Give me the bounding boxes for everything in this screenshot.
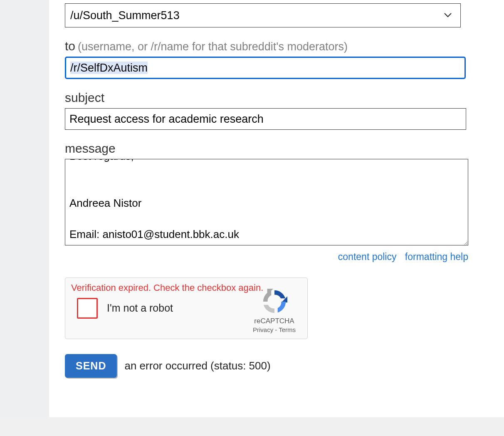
recaptcha-brand-text: reCAPTCHA (250, 317, 298, 325)
to-input[interactable] (65, 57, 466, 79)
help-links: content policy formatting help (65, 251, 468, 263)
sidebar (0, 0, 49, 417)
formatting-help-link[interactable]: formatting help (405, 251, 468, 262)
recaptcha-privacy-links: Privacy - Terms (250, 326, 298, 333)
recaptcha-logo-icon (262, 289, 287, 315)
compose-form: from /u/South_Summer513 to(username, or … (49, 0, 504, 417)
message-label: message (65, 141, 504, 156)
content-policy-link[interactable]: content policy (338, 251, 397, 262)
send-button[interactable]: SEND (65, 354, 117, 378)
from-select[interactable]: /u/South_Summer513 (65, 3, 461, 27)
send-error-text: an error occurred (status: 500) (124, 359, 270, 372)
to-label: to(username, or /r/name for that subredd… (65, 39, 504, 53)
recaptcha-logo-block: reCAPTCHA Privacy - Terms (250, 289, 298, 333)
subject-label: subject (65, 91, 504, 105)
subject-input[interactable] (65, 108, 466, 130)
recaptcha-privacy-link[interactable]: Privacy (253, 326, 273, 333)
recaptcha-terms-link[interactable]: Terms (279, 326, 296, 333)
message-textarea[interactable] (65, 159, 468, 245)
recaptcha-widget: Verification expired. Check the checkbox… (65, 277, 308, 339)
recaptcha-checkbox[interactable] (77, 298, 98, 319)
recaptcha-label: I'm not a robot (107, 302, 173, 314)
